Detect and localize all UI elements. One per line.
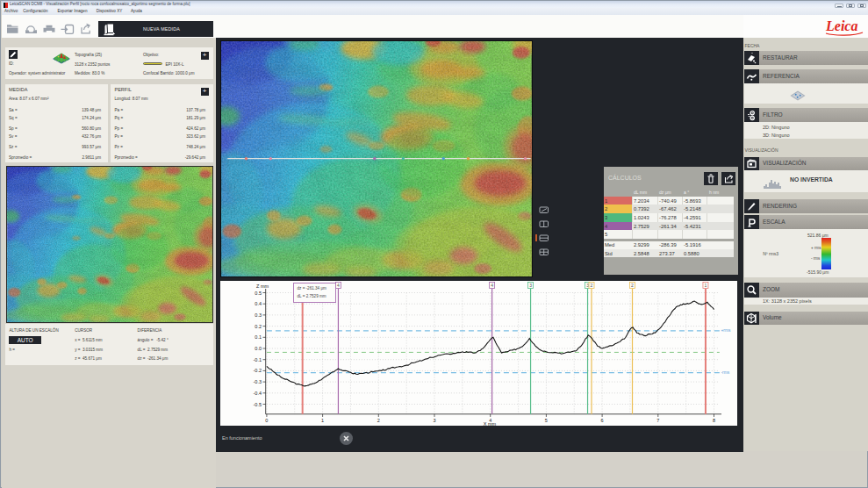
svg-text:0.3: 0.3 <box>255 312 262 318</box>
svg-text:8: 8 <box>713 418 715 423</box>
svg-text:1: 1 <box>705 283 707 288</box>
svg-text:0.2: 0.2 <box>255 324 262 329</box>
svg-text:2: 2 <box>377 418 380 423</box>
svg-text:-0.3: -0.3 <box>254 379 262 384</box>
svg-text:2: 2 <box>631 283 634 288</box>
svg-text:0.1: 0.1 <box>255 334 262 340</box>
svg-text:7: 7 <box>656 418 659 423</box>
svg-text:3: 3 <box>433 418 435 423</box>
svg-text:X mm: X mm <box>484 421 497 427</box>
svg-text:4: 4 <box>491 283 493 288</box>
svg-text:Z mm: Z mm <box>256 283 269 289</box>
svg-text:Leica: Leica <box>825 18 857 33</box>
svg-text:6: 6 <box>601 418 604 423</box>
svg-text:2: 2 <box>591 283 593 288</box>
svg-text:1: 1 <box>321 418 324 423</box>
svg-text:-0.5: -0.5 <box>254 402 262 407</box>
svg-text:0.0: 0.0 <box>255 346 262 351</box>
svg-text:-0.1: -0.1 <box>254 357 262 362</box>
svg-text:4: 4 <box>337 283 340 288</box>
svg-text:5: 5 <box>545 418 548 423</box>
svg-text:-0.4: -0.4 <box>254 391 262 396</box>
svg-text:0: 0 <box>265 418 268 423</box>
svg-text:0.4: 0.4 <box>255 301 262 306</box>
svg-text:3: 3 <box>529 283 532 288</box>
svg-text:0.5: 0.5 <box>255 291 262 296</box>
svg-text:-0.2: -0.2 <box>254 368 262 373</box>
